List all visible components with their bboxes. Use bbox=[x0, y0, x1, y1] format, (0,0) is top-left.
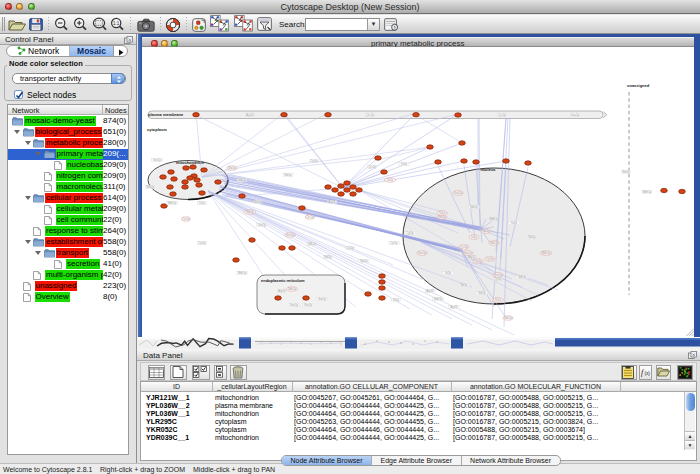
svg-text:Ndi1p: Ndi1p bbox=[478, 291, 486, 295]
svg-text:Ilv2p: Ilv2p bbox=[471, 235, 477, 239]
svg-text:Cyt1p: Cyt1p bbox=[182, 217, 190, 221]
svg-text:Cyt1p: Cyt1p bbox=[406, 231, 414, 235]
svg-text:Ndi1p: Ndi1p bbox=[460, 283, 468, 287]
svg-text:Ilv2p: Ilv2p bbox=[439, 211, 445, 215]
svg-text:Ilv2p: Ilv2p bbox=[199, 201, 205, 205]
svg-text:Ndi1p: Ndi1p bbox=[360, 259, 368, 263]
svg-text:Qcr2p: Qcr2p bbox=[498, 113, 506, 117]
svg-text:Ndi1p: Ndi1p bbox=[246, 210, 254, 214]
svg-text:cytoplasm: cytoplasm bbox=[147, 127, 167, 132]
svg-text:Cyt1p: Cyt1p bbox=[310, 159, 318, 163]
svg-text:Gxx1p: Gxx1p bbox=[464, 251, 473, 255]
svg-text:Cyt1p: Cyt1p bbox=[390, 241, 398, 245]
svg-text:Ndi1p: Ndi1p bbox=[228, 166, 236, 170]
svg-text:Qcr2p: Qcr2p bbox=[306, 215, 314, 219]
svg-text:Gxx1p: Gxx1p bbox=[304, 303, 313, 307]
svg-text:Ndi1p: Ndi1p bbox=[438, 215, 446, 219]
svg-text:Ilv2p: Ilv2p bbox=[445, 271, 451, 275]
svg-text:Qcr2p: Qcr2p bbox=[460, 245, 468, 249]
svg-text:Ndi1p: Ndi1p bbox=[284, 173, 292, 177]
svg-text:Cyt1p: Cyt1p bbox=[346, 246, 354, 250]
svg-text:endoplasmic reticulum: endoplasmic reticulum bbox=[261, 278, 305, 283]
svg-text:Sdh2p: Sdh2p bbox=[308, 242, 317, 246]
svg-text:Mdh1p: Mdh1p bbox=[542, 251, 551, 255]
svg-text:Gxx1p: Gxx1p bbox=[418, 251, 427, 255]
svg-text:Atp16: Atp16 bbox=[450, 305, 458, 309]
svg-text:Ndi1p: Ndi1p bbox=[482, 229, 490, 233]
svg-text:Ilv2p: Ilv2p bbox=[393, 298, 399, 302]
svg-text:(x): (x) bbox=[644, 371, 650, 376]
svg-text:Atp16: Atp16 bbox=[328, 200, 336, 204]
svg-text:Qcr2p: Qcr2p bbox=[368, 165, 376, 169]
svg-text:Sdh2p: Sdh2p bbox=[146, 185, 155, 189]
svg-text:Ilv2p: Ilv2p bbox=[401, 162, 407, 166]
svg-text:Sdh2p: Sdh2p bbox=[470, 205, 479, 209]
svg-text:Gxx1p: Gxx1p bbox=[153, 158, 162, 162]
svg-text:Gxx1p: Gxx1p bbox=[286, 233, 295, 237]
svg-text:Gxx1p: Gxx1p bbox=[318, 297, 327, 301]
svg-text:Ndi1p: Ndi1p bbox=[528, 235, 536, 239]
svg-text:Atp16: Atp16 bbox=[278, 289, 286, 293]
svg-text:Ilv2p: Ilv2p bbox=[495, 298, 501, 302]
svg-text:Sdh2p: Sdh2p bbox=[490, 241, 499, 245]
svg-text:unassigned: unassigned bbox=[627, 83, 650, 88]
svg-text:Ilv2p: Ilv2p bbox=[387, 178, 393, 182]
svg-text:Cyt1p: Cyt1p bbox=[198, 241, 206, 245]
svg-text:Sdh2p: Sdh2p bbox=[238, 178, 247, 182]
svg-text:Sdh2p: Sdh2p bbox=[518, 275, 527, 279]
svg-text:Gxx1p: Gxx1p bbox=[258, 223, 267, 227]
svg-text:Gxx1p: Gxx1p bbox=[290, 303, 299, 307]
svg-text:Sdh2p: Sdh2p bbox=[288, 287, 297, 291]
svg-text:Ndi1p: Ndi1p bbox=[324, 255, 332, 259]
svg-text:Gxx1p: Gxx1p bbox=[254, 200, 263, 204]
svg-text:Ilv2p: Ilv2p bbox=[511, 221, 517, 225]
svg-text:Mdh1p: Mdh1p bbox=[643, 190, 652, 194]
svg-text:1:1: 1:1 bbox=[113, 21, 120, 26]
svg-text:Mdh1p: Mdh1p bbox=[238, 271, 247, 275]
svg-text:Gxx1p: Gxx1p bbox=[494, 273, 503, 277]
svg-text:Cyt1p: Cyt1p bbox=[486, 257, 494, 261]
svg-text:Mdh1p: Mdh1p bbox=[168, 201, 177, 205]
svg-text:Gxx1p: Gxx1p bbox=[571, 113, 580, 117]
svg-text:Atp16: Atp16 bbox=[426, 289, 434, 293]
svg-text:Gxx1p: Gxx1p bbox=[454, 191, 463, 195]
svg-text:Qcr2p: Qcr2p bbox=[366, 113, 374, 117]
svg-text:Mdh1p: Mdh1p bbox=[490, 217, 499, 221]
svg-text:Sdh2p: Sdh2p bbox=[504, 316, 513, 320]
svg-text:Cyt1p: Cyt1p bbox=[494, 277, 502, 281]
svg-text:Ndi1p: Ndi1p bbox=[622, 170, 630, 174]
svg-text:plasma membrane: plasma membrane bbox=[148, 112, 184, 117]
svg-text:Atp16: Atp16 bbox=[246, 113, 254, 117]
svg-text:nucleus: nucleus bbox=[480, 167, 496, 172]
svg-text:Mdh1p: Mdh1p bbox=[434, 297, 443, 301]
svg-text:Cyt1p: Cyt1p bbox=[474, 259, 482, 263]
